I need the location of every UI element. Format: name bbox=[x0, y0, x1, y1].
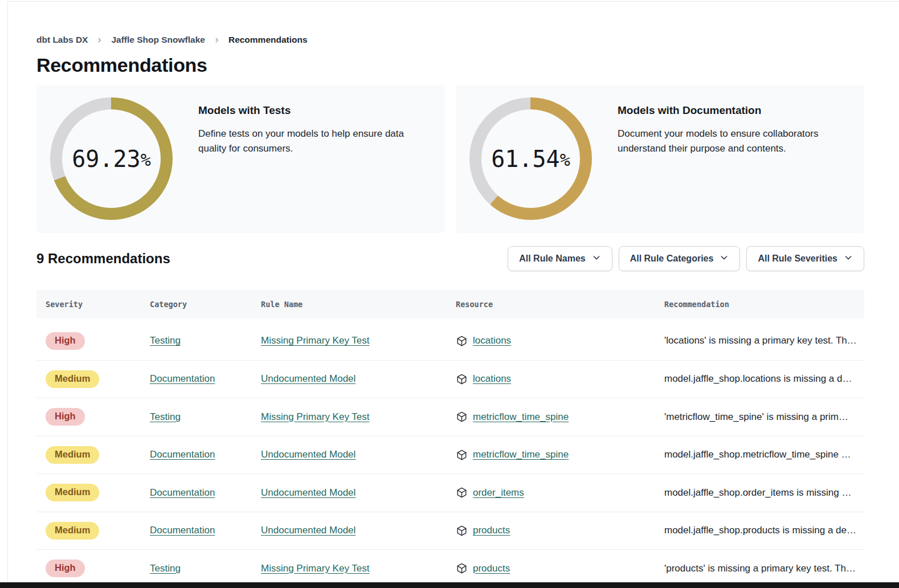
column-header-rule-name: Rule Name bbox=[261, 300, 456, 309]
table-row: High Testing Missing Primary Key Test me… bbox=[36, 398, 864, 436]
table-row: Medium Documentation Undocumented Model … bbox=[36, 436, 864, 474]
models-with-tests-card: 69.23% Models with Tests Define tests on… bbox=[36, 85, 445, 233]
model-cube-icon bbox=[456, 449, 468, 461]
metric-cards: 69.23% Models with Tests Define tests on… bbox=[36, 85, 864, 233]
filter-label: All Rule Severities bbox=[758, 254, 837, 264]
resource-link[interactable]: products bbox=[473, 525, 510, 536]
filter-label: All Rule Names bbox=[519, 254, 585, 264]
models-with-documentation-card: 61.54% Models with Documentation Documen… bbox=[456, 85, 864, 233]
breadcrumb: dbt Labs DX Jaffle Shop Snowflake Recomm… bbox=[36, 35, 864, 45]
severity-badge: Medium bbox=[46, 446, 99, 464]
chevron-down-icon bbox=[844, 253, 853, 264]
rule-names-filter[interactable]: All Rule Names bbox=[508, 246, 612, 271]
page-title: Recommendations bbox=[36, 54, 864, 76]
rule-categories-filter[interactable]: All Rule Categories bbox=[619, 246, 741, 271]
resource-link[interactable]: metricflow_time_spine bbox=[473, 449, 569, 460]
model-cube-icon bbox=[456, 373, 468, 385]
resource-link[interactable]: products bbox=[473, 563, 510, 574]
card-description: Document your models to ensure collabora… bbox=[618, 126, 851, 157]
recommendations-count: 9 Recommendations bbox=[36, 251, 170, 267]
docs-coverage-value: 61.54% bbox=[469, 97, 592, 220]
recommendation-text: model.jaffle_shop.locations is missing a… bbox=[664, 373, 864, 385]
category-link[interactable]: Testing bbox=[150, 563, 181, 574]
table-row: Medium Documentation Undocumented Model … bbox=[36, 360, 864, 398]
model-cube-icon bbox=[456, 525, 468, 537]
column-header-severity: Severity bbox=[46, 300, 150, 309]
table-row: High Testing Missing Primary Key Test pr… bbox=[36, 549, 864, 587]
breadcrumb-project[interactable]: Jaffle Shop Snowflake bbox=[111, 35, 205, 45]
rule-name-link[interactable]: Undocumented Model bbox=[261, 449, 355, 460]
docs-coverage-donut: 61.54% bbox=[469, 97, 592, 220]
breadcrumb-account[interactable]: dbt Labs DX bbox=[36, 35, 88, 45]
column-header-category: Category bbox=[150, 300, 261, 309]
bottom-window-edge bbox=[0, 582, 899, 588]
rule-name-link[interactable]: Missing Primary Key Test bbox=[261, 335, 370, 346]
resource-link[interactable]: metricflow_time_spine bbox=[473, 411, 569, 423]
severity-badge: Medium bbox=[46, 370, 99, 388]
tests-coverage-value: 69.23% bbox=[50, 97, 173, 220]
recommendation-text: model.jaffle_shop.metricflow_time_spine … bbox=[664, 449, 864, 460]
table-header: Severity Category Rule Name Resource Rec… bbox=[36, 290, 864, 318]
filter-label: All Rule Categories bbox=[630, 254, 714, 264]
card-description: Define tests on your models to help ensu… bbox=[198, 126, 431, 157]
category-link[interactable]: Documentation bbox=[150, 487, 215, 498]
category-link[interactable]: Documentation bbox=[150, 525, 215, 536]
rule-name-link[interactable]: Undocumented Model bbox=[261, 487, 355, 498]
card-title: Models with Documentation bbox=[618, 104, 851, 117]
main-panel: dbt Labs DX Jaffle Shop Snowflake Recomm… bbox=[7, 1, 899, 588]
severity-badge: High bbox=[46, 332, 85, 350]
table-row: Medium Documentation Undocumented Model … bbox=[36, 473, 864, 512]
rule-name-link[interactable]: Missing Primary Key Test bbox=[261, 411, 370, 422]
model-cube-icon bbox=[456, 562, 468, 574]
table-row: Medium Documentation Undocumented Model … bbox=[36, 512, 864, 550]
category-link[interactable]: Documentation bbox=[150, 373, 215, 384]
rule-name-link[interactable]: Undocumented Model bbox=[261, 373, 355, 384]
category-link[interactable]: Testing bbox=[150, 335, 181, 346]
category-link[interactable]: Documentation bbox=[150, 449, 215, 460]
category-link[interactable]: Testing bbox=[150, 411, 181, 422]
column-header-recommendation: Recommendation bbox=[664, 300, 864, 309]
filter-bar: All Rule Names All Rule Categories All R… bbox=[508, 246, 864, 271]
severity-badge: Medium bbox=[46, 522, 99, 540]
breadcrumb-current: Recommendations bbox=[228, 35, 308, 45]
model-cube-icon bbox=[456, 487, 468, 499]
resource-link[interactable]: locations bbox=[473, 373, 511, 385]
severity-badge: High bbox=[46, 560, 85, 577]
recommendation-text: 'metricflow_time_spine' is missing a pri… bbox=[664, 411, 864, 423]
table-row: High Testing Missing Primary Key Test lo… bbox=[36, 322, 864, 360]
chevron-down-icon bbox=[592, 253, 601, 264]
model-cube-icon bbox=[456, 335, 468, 347]
rule-name-link[interactable]: Undocumented Model bbox=[261, 525, 355, 536]
model-cube-icon bbox=[456, 411, 468, 423]
column-header-resource: Resource bbox=[456, 300, 664, 309]
recommendation-text: 'products' is missing a primary key test… bbox=[664, 563, 864, 574]
recommendation-text: model.jaffle_shop.products is missing a … bbox=[664, 525, 864, 536]
rule-name-link[interactable]: Missing Primary Key Test bbox=[261, 563, 370, 574]
rule-severities-filter[interactable]: All Rule Severities bbox=[746, 246, 864, 271]
tests-coverage-donut: 69.23% bbox=[50, 97, 173, 220]
chevron-right-icon bbox=[96, 37, 103, 43]
recommendation-text: 'locations' is missing a primary key tes… bbox=[664, 335, 864, 346]
recommendations-table: Severity Category Rule Name Resource Rec… bbox=[36, 290, 864, 587]
severity-badge: Medium bbox=[46, 484, 99, 501]
resource-link[interactable]: locations bbox=[473, 335, 511, 346]
severity-badge: High bbox=[46, 408, 85, 426]
card-title: Models with Tests bbox=[198, 104, 431, 117]
resource-link[interactable]: order_items bbox=[473, 487, 524, 499]
recommendation-text: model.jaffle_shop.order_items is missing… bbox=[664, 487, 864, 499]
chevron-down-icon bbox=[720, 253, 729, 264]
chevron-right-icon bbox=[214, 37, 220, 43]
